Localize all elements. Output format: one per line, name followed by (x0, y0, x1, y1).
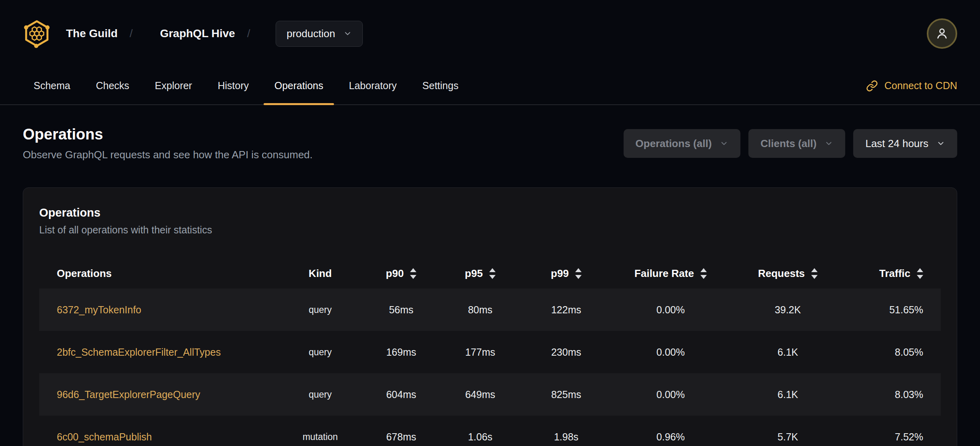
cell-value: 604ms (386, 389, 416, 400)
column-header-kind: Kind (279, 267, 361, 280)
top-bar: The Guild / GraphQL Hive / production (0, 0, 980, 67)
chevron-down-icon (343, 29, 352, 38)
operation-link[interactable]: 2bfc_SchemaExplorerFilter_AllTypes (57, 346, 221, 358)
cell-traffic: 8.03% (848, 389, 941, 400)
cell-kind: mutation (279, 432, 361, 442)
clients-filter-label: Clients (all) (760, 137, 816, 150)
cell-value: 678ms (386, 431, 416, 443)
cell-value: 649ms (465, 389, 495, 400)
tab-navigation: SchemaChecksExplorerHistoryOperationsLab… (0, 67, 980, 105)
column-header-p95[interactable]: p95 (441, 267, 519, 280)
card-subtitle: List of all operations with their statis… (39, 224, 941, 236)
cell-requests: 39.2K (728, 304, 848, 316)
breadcrumb-product[interactable]: GraphQL Hive (160, 27, 235, 40)
operation-link[interactable]: 6c00_schemaPublish (57, 431, 152, 443)
column-header-traffic[interactable]: Traffic (848, 267, 941, 280)
cell-p95: 177ms (441, 346, 519, 358)
sort-control[interactable] (489, 268, 496, 279)
cell-value: 825ms (551, 389, 581, 400)
tab-settings[interactable]: Settings (412, 67, 469, 104)
cell-p95: 1.06s (441, 431, 519, 443)
tab-operations[interactable]: Operations (264, 67, 334, 104)
breadcrumb-org[interactable]: The Guild (66, 27, 118, 40)
operations-filter-dropdown[interactable]: Operations (all) (624, 129, 741, 158)
cell-failure-rate: 0.00% (613, 304, 728, 316)
sort-desc-icon (917, 275, 923, 279)
sort-control[interactable] (917, 268, 923, 279)
hive-logo-icon (23, 18, 51, 49)
tab-laboratory[interactable]: Laboratory (338, 67, 408, 104)
tab-label: Schema (34, 80, 70, 92)
column-header-failure-rate[interactable]: Failure Rate (613, 267, 728, 280)
sort-asc-icon (811, 268, 818, 272)
sort-asc-icon (575, 268, 582, 272)
cell-failure-rate: 0.00% (613, 389, 728, 400)
cell-p90: 56ms (361, 304, 441, 316)
cell-value: 7.52% (895, 431, 923, 443)
time-range-label: Last 24 hours (865, 137, 928, 150)
table-row: 2bfc_SchemaExplorerFilter_AllTypesquery1… (39, 331, 941, 373)
sort-asc-icon (917, 268, 923, 272)
cell-operations: 6372_myTokenInfo (39, 304, 279, 316)
link-icon (866, 80, 878, 92)
operations-filter-label: Operations (all) (636, 137, 712, 150)
tab-label: Operations (274, 80, 323, 92)
tab-label: Laboratory (349, 80, 397, 92)
sort-control[interactable] (410, 268, 416, 279)
column-header-p90[interactable]: p90 (361, 267, 441, 280)
active-tab-underline (264, 103, 334, 105)
cell-value: 1.98s (554, 431, 578, 443)
cell-p90: 604ms (361, 389, 441, 400)
connect-to-cdn-button[interactable]: Connect to CDN (866, 67, 957, 104)
sort-desc-icon (489, 275, 496, 279)
cell-value: query (309, 389, 332, 400)
cell-requests: 5.7K (728, 431, 848, 443)
tab-label: Explorer (155, 80, 192, 92)
cell-value: query (309, 347, 332, 358)
cell-p95: 80ms (441, 304, 519, 316)
clients-filter-dropdown[interactable]: Clients (all) (748, 129, 845, 158)
sort-desc-icon (410, 275, 416, 279)
cell-value: 0.00% (656, 389, 685, 400)
nav-tabs: SchemaChecksExplorerHistoryOperationsLab… (23, 67, 469, 104)
cell-value: 0.00% (656, 304, 685, 316)
operation-link[interactable]: 96d6_TargetExplorerPageQuery (57, 389, 200, 400)
user-avatar-button[interactable] (927, 18, 957, 49)
time-range-dropdown[interactable]: Last 24 hours (853, 129, 957, 158)
main-content: Operations Observe GraphQL requests and … (0, 126, 980, 446)
sort-control[interactable] (700, 268, 707, 279)
cell-value: 5.7K (778, 431, 798, 443)
tab-explorer[interactable]: Explorer (144, 67, 203, 104)
tab-schema[interactable]: Schema (23, 67, 81, 104)
chevron-down-icon (824, 139, 833, 148)
cell-kind: query (279, 347, 361, 358)
table-row: 96d6_TargetExplorerPageQueryquery604ms64… (39, 373, 941, 416)
user-icon (934, 26, 950, 41)
cell-value: 1.06s (468, 431, 492, 443)
table-row: 6372_myTokenInfoquery56ms80ms122ms0.00%3… (39, 289, 941, 331)
column-label: Traffic (879, 267, 910, 280)
cell-traffic: 7.52% (848, 431, 941, 443)
column-header-p99[interactable]: p99 (519, 267, 613, 280)
sort-control[interactable] (811, 268, 818, 279)
target-selector-dropdown[interactable]: production (276, 21, 362, 47)
page-subtitle: Observe GraphQL requests and see how the… (23, 149, 313, 161)
tab-checks[interactable]: Checks (85, 67, 140, 104)
cell-p99: 230ms (519, 346, 613, 358)
tab-history[interactable]: History (207, 67, 260, 104)
cell-value: 169ms (386, 346, 416, 358)
column-header-requests[interactable]: Requests (728, 267, 848, 280)
cell-operations: 96d6_TargetExplorerPageQuery (39, 389, 279, 400)
cell-value: 8.05% (895, 346, 923, 358)
column-label: Kind (309, 267, 332, 280)
cell-value: 6.1K (778, 389, 798, 400)
cell-value: 122ms (551, 304, 581, 316)
chevron-down-icon (936, 139, 945, 148)
table-row: 6c00_schemaPublishmutation678ms1.06s1.98… (39, 416, 941, 446)
sort-control[interactable] (575, 268, 582, 279)
connect-to-cdn-label: Connect to CDN (884, 80, 957, 92)
cell-value: 6.1K (778, 346, 798, 358)
operation-link[interactable]: 6372_myTokenInfo (57, 304, 141, 316)
cell-p99: 825ms (519, 389, 613, 400)
cell-traffic: 8.05% (848, 346, 941, 358)
